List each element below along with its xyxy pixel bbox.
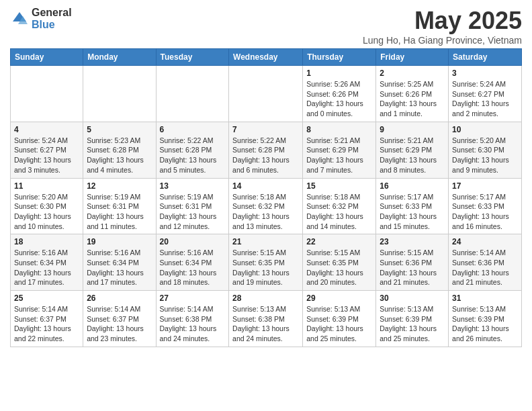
day-info: Sunrise: 5:18 AM Sunset: 6:32 PM Dayligh… [232, 192, 299, 232]
day-number: 28 [232, 293, 299, 303]
weekday-header-row: SundayMondayTuesdayWednesdayThursdayFrid… [11, 49, 522, 66]
day-info: Sunrise: 5:14 AM Sunset: 6:36 PM Dayligh… [452, 248, 518, 287]
logo: General Blue [10, 7, 72, 30]
day-number: 31 [452, 293, 518, 303]
day-info: Sunrise: 5:17 AM Sunset: 6:33 PM Dayligh… [380, 192, 445, 232]
calendar-cell: 15Sunrise: 5:18 AM Sunset: 6:32 PM Dayli… [303, 178, 376, 234]
day-number: 9 [380, 125, 445, 134]
calendar-cell [229, 66, 303, 122]
logo-general-label: General [32, 7, 72, 19]
weekday-header-sunday: Sunday [11, 49, 83, 66]
day-number: 12 [87, 181, 152, 191]
calendar-cell: 29Sunrise: 5:13 AM Sunset: 6:39 PM Dayli… [303, 291, 376, 347]
calendar-cell: 5Sunrise: 5:23 AM Sunset: 6:28 PM Daylig… [83, 122, 156, 178]
calendar-cell: 30Sunrise: 5:13 AM Sunset: 6:39 PM Dayli… [376, 291, 449, 347]
day-number: 19 [87, 237, 152, 246]
calendar-cell: 16Sunrise: 5:17 AM Sunset: 6:33 PM Dayli… [376, 178, 449, 234]
calendar-cell: 25Sunrise: 5:14 AM Sunset: 6:37 PM Dayli… [11, 291, 83, 347]
day-info: Sunrise: 5:22 AM Sunset: 6:28 PM Dayligh… [160, 136, 226, 175]
calendar-cell: 23Sunrise: 5:15 AM Sunset: 6:36 PM Dayli… [376, 234, 449, 291]
calendar-cell [156, 66, 229, 122]
calendar-cell: 3Sunrise: 5:24 AM Sunset: 6:27 PM Daylig… [449, 66, 522, 122]
calendar-cell: 10Sunrise: 5:20 AM Sunset: 6:30 PM Dayli… [449, 122, 522, 178]
calendar-cell: 8Sunrise: 5:21 AM Sunset: 6:29 PM Daylig… [303, 122, 376, 178]
day-info: Sunrise: 5:26 AM Sunset: 6:26 PM Dayligh… [306, 79, 372, 119]
day-info: Sunrise: 5:24 AM Sunset: 6:27 PM Dayligh… [452, 79, 518, 119]
day-number: 26 [87, 293, 152, 303]
calendar-week-row: 25Sunrise: 5:14 AM Sunset: 6:37 PM Dayli… [11, 291, 522, 347]
logo-blue-label: Blue [32, 19, 72, 31]
day-info: Sunrise: 5:16 AM Sunset: 6:34 PM Dayligh… [160, 248, 226, 287]
calendar-cell: 14Sunrise: 5:18 AM Sunset: 6:32 PM Dayli… [229, 178, 303, 234]
day-info: Sunrise: 5:23 AM Sunset: 6:28 PM Dayligh… [87, 136, 152, 175]
day-number: 1 [306, 68, 372, 78]
calendar-cell: 31Sunrise: 5:13 AM Sunset: 6:39 PM Dayli… [449, 291, 522, 347]
day-info: Sunrise: 5:17 AM Sunset: 6:33 PM Dayligh… [452, 192, 518, 232]
calendar-cell: 7Sunrise: 5:22 AM Sunset: 6:28 PM Daylig… [229, 122, 303, 178]
day-info: Sunrise: 5:16 AM Sunset: 6:34 PM Dayligh… [87, 248, 152, 287]
calendar-cell: 20Sunrise: 5:16 AM Sunset: 6:34 PM Dayli… [156, 234, 229, 291]
calendar-cell: 12Sunrise: 5:19 AM Sunset: 6:31 PM Dayli… [83, 178, 156, 234]
calendar-cell: 6Sunrise: 5:22 AM Sunset: 6:28 PM Daylig… [156, 122, 229, 178]
calendar-cell: 9Sunrise: 5:21 AM Sunset: 6:29 PM Daylig… [376, 122, 449, 178]
logo-icon [10, 9, 29, 28]
day-number: 14 [232, 181, 299, 191]
logo-text: General Blue [32, 7, 72, 30]
day-info: Sunrise: 5:21 AM Sunset: 6:29 PM Dayligh… [380, 136, 445, 175]
day-number: 11 [14, 181, 79, 191]
day-info: Sunrise: 5:20 AM Sunset: 6:30 PM Dayligh… [14, 192, 79, 232]
day-number: 21 [232, 237, 299, 246]
day-info: Sunrise: 5:13 AM Sunset: 6:38 PM Dayligh… [232, 304, 299, 344]
calendar-title: May 2025 [363, 7, 522, 35]
day-info: Sunrise: 5:15 AM Sunset: 6:35 PM Dayligh… [232, 248, 299, 287]
day-number: 24 [452, 237, 518, 246]
day-info: Sunrise: 5:21 AM Sunset: 6:29 PM Dayligh… [306, 136, 372, 175]
calendar-cell: 17Sunrise: 5:17 AM Sunset: 6:33 PM Dayli… [449, 178, 522, 234]
calendar-cell [11, 66, 83, 122]
day-number: 7 [232, 125, 299, 134]
day-info: Sunrise: 5:19 AM Sunset: 6:31 PM Dayligh… [160, 192, 226, 232]
day-number: 20 [160, 237, 226, 246]
weekday-header-saturday: Saturday [449, 49, 522, 66]
day-number: 27 [160, 293, 226, 303]
day-number: 23 [380, 237, 445, 246]
day-number: 4 [14, 125, 79, 134]
day-number: 8 [306, 125, 372, 134]
calendar-cell: 13Sunrise: 5:19 AM Sunset: 6:31 PM Dayli… [156, 178, 229, 234]
calendar-cell: 24Sunrise: 5:14 AM Sunset: 6:36 PM Dayli… [449, 234, 522, 291]
day-number: 3 [452, 68, 518, 78]
calendar-cell: 2Sunrise: 5:25 AM Sunset: 6:26 PM Daylig… [376, 66, 449, 122]
calendar-cell: 4Sunrise: 5:24 AM Sunset: 6:27 PM Daylig… [11, 122, 83, 178]
page-header: General Blue May 2025 Lung Ho, Ha Giang … [10, 7, 522, 46]
calendar-cell [83, 66, 156, 122]
day-info: Sunrise: 5:24 AM Sunset: 6:27 PM Dayligh… [14, 136, 79, 175]
calendar-week-row: 1Sunrise: 5:26 AM Sunset: 6:26 PM Daylig… [11, 66, 522, 122]
day-number: 6 [160, 125, 226, 134]
day-number: 10 [452, 125, 518, 134]
calendar-cell: 19Sunrise: 5:16 AM Sunset: 6:34 PM Dayli… [83, 234, 156, 291]
calendar-week-row: 18Sunrise: 5:16 AM Sunset: 6:34 PM Dayli… [11, 234, 522, 291]
day-info: Sunrise: 5:18 AM Sunset: 6:32 PM Dayligh… [306, 192, 372, 232]
calendar-cell: 27Sunrise: 5:14 AM Sunset: 6:38 PM Dayli… [156, 291, 229, 347]
calendar-cell: 21Sunrise: 5:15 AM Sunset: 6:35 PM Dayli… [229, 234, 303, 291]
day-info: Sunrise: 5:14 AM Sunset: 6:37 PM Dayligh… [14, 304, 79, 344]
day-info: Sunrise: 5:14 AM Sunset: 6:37 PM Dayligh… [87, 304, 152, 344]
day-number: 18 [14, 237, 79, 246]
weekday-header-monday: Monday [83, 49, 156, 66]
title-block: May 2025 Lung Ho, Ha Giang Province, Vie… [363, 7, 522, 46]
day-number: 15 [306, 181, 372, 191]
day-info: Sunrise: 5:13 AM Sunset: 6:39 PM Dayligh… [452, 304, 518, 344]
day-info: Sunrise: 5:15 AM Sunset: 6:36 PM Dayligh… [380, 248, 445, 287]
day-number: 30 [380, 293, 445, 303]
calendar-week-row: 4Sunrise: 5:24 AM Sunset: 6:27 PM Daylig… [11, 122, 522, 178]
day-info: Sunrise: 5:13 AM Sunset: 6:39 PM Dayligh… [380, 304, 445, 344]
day-number: 5 [87, 125, 152, 134]
day-info: Sunrise: 5:25 AM Sunset: 6:26 PM Dayligh… [380, 79, 445, 119]
calendar-subtitle: Lung Ho, Ha Giang Province, Vietnam [363, 35, 522, 46]
day-info: Sunrise: 5:13 AM Sunset: 6:39 PM Dayligh… [306, 304, 372, 344]
day-number: 25 [14, 293, 79, 303]
calendar-cell: 11Sunrise: 5:20 AM Sunset: 6:30 PM Dayli… [11, 178, 83, 234]
calendar-cell: 22Sunrise: 5:15 AM Sunset: 6:35 PM Dayli… [303, 234, 376, 291]
day-info: Sunrise: 5:15 AM Sunset: 6:35 PM Dayligh… [306, 248, 372, 287]
calendar-week-row: 11Sunrise: 5:20 AM Sunset: 6:30 PM Dayli… [11, 178, 522, 234]
